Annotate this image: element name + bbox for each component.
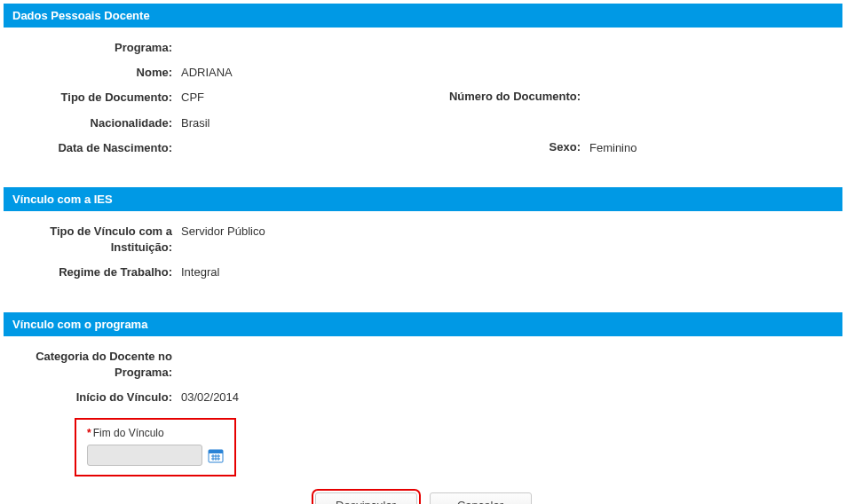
value-sexo: Feminino <box>589 140 636 156</box>
label-regime-trabalho: Regime de Trabalho: <box>12 264 181 280</box>
label-inicio-vinculo: Início do Vínculo: <box>12 390 181 406</box>
panel-vinculo-programa: Vínculo com o programa Categoria do Doce… <box>4 312 842 505</box>
label-tipo-documento: Tipo de Documento: <box>12 90 181 106</box>
value-regime-trabalho: Integral <box>181 264 219 280</box>
value-tipo-vinculo-ies: Servidor Público <box>181 224 265 240</box>
cancelar-button[interactable]: Cancelar <box>430 492 532 504</box>
label-programa: Programa: <box>12 40 181 56</box>
label-tipo-vinculo-ies: Tipo de Vínculo com a Instituição: <box>12 224 181 256</box>
panel-header-vinculo-ies: Vínculo com a IES <box>4 187 842 211</box>
panel-body-vinculo-ies: Tipo de Vínculo com a Instituição: Servi… <box>4 211 842 299</box>
panel-body-vinculo-programa: Categoria do Docente no Programa: Início… <box>4 336 842 505</box>
label-fim-vinculo: *Fim do Vínculo <box>87 427 224 439</box>
value-nacionalidade: Brasil <box>181 115 210 131</box>
fim-vinculo-input[interactable] <box>87 445 202 466</box>
panel-vinculo-ies: Vínculo com a IES Tipo de Vínculo com a … <box>4 187 842 299</box>
label-data-nascimento: Data de Nascimento: <box>12 140 181 156</box>
value-inicio-vinculo: 03/02/2014 <box>181 390 239 406</box>
label-categoria-docente: Categoria do Docente no Programa: <box>12 349 181 381</box>
panel-body-dados-pessoais: Programa: Nome: ADRIANA Tipo de Document… <box>4 28 842 174</box>
panel-header-dados-pessoais: Dados Pessoais Docente <box>4 4 842 28</box>
required-asterisk: * <box>87 427 91 439</box>
button-row: Desvincular Cancelar <box>12 492 834 504</box>
label-numero-documento: Número do Documento: <box>394 90 589 103</box>
panel-header-vinculo-programa: Vínculo com o programa <box>4 312 842 336</box>
value-tipo-documento: CPF <box>181 90 204 106</box>
calendar-icon[interactable] <box>208 447 224 463</box>
desvincular-button[interactable]: Desvincular <box>315 492 417 504</box>
value-nome: ADRIANA <box>181 65 233 81</box>
fim-vinculo-highlight: *Fim do Vínculo <box>75 418 236 476</box>
panel-dados-pessoais: Dados Pessoais Docente Programa: Nome: A… <box>4 4 842 174</box>
svg-rect-1 <box>209 450 223 453</box>
label-nacionalidade: Nacionalidade: <box>12 115 181 131</box>
label-sexo: Sexo: <box>394 140 589 154</box>
label-nome: Nome: <box>12 65 181 81</box>
